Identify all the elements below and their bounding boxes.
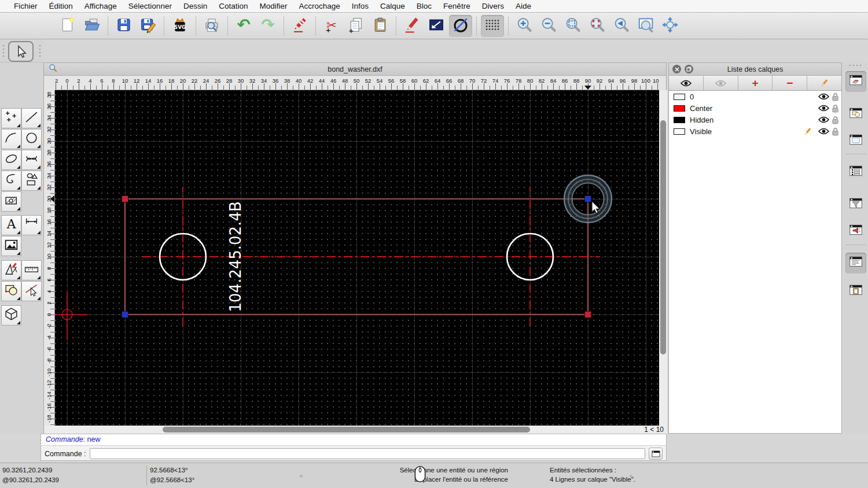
h-ruler-label: 58 [400, 77, 406, 84]
undo-button[interactable]: ↶ [232, 15, 255, 37]
menu-fenetre[interactable]: Fenêtre [437, 0, 476, 13]
float-panel-button[interactable] [685, 65, 693, 73]
dock-block-list-button[interactable] [845, 104, 866, 125]
modify-tool-button[interactable] [1, 260, 21, 280]
dock-media-button[interactable] [845, 221, 866, 242]
polyline-tool-button[interactable] [1, 171, 21, 191]
spline-tool-button[interactable] [21, 150, 42, 170]
block-tool-button[interactable] [1, 281, 21, 301]
menu-bloc[interactable]: Bloc [411, 0, 437, 13]
cut-button[interactable]: ✂+ [320, 15, 343, 37]
zoom-auto-button[interactable] [561, 15, 584, 37]
layer-visibility-icon[interactable] [818, 104, 829, 114]
arc-tool-button[interactable] [1, 129, 21, 149]
menu-dessin[interactable]: Dessin [178, 0, 213, 13]
layer-visibility-icon[interactable] [818, 127, 829, 138]
menu-accrochage[interactable]: Accrochage [293, 0, 345, 13]
horizontal-scrollbar[interactable]: 1 < 10 [44, 426, 667, 434]
delete-entities-button[interactable] [288, 15, 311, 37]
polygon-tool-button[interactable] [21, 171, 42, 191]
zoom-previous-button[interactable] [610, 15, 633, 37]
dock-filter-button[interactable] [845, 194, 866, 215]
drawing-window-titlebar[interactable]: bond_washer.dxf [44, 63, 666, 76]
redo-icon: ↷ [259, 16, 277, 36]
add-layer-button[interactable]: + [738, 76, 773, 90]
layer-row-hidden[interactable]: Hidden [669, 114, 841, 125]
menu-calque[interactable]: Calque [374, 0, 411, 13]
select-entity-tool-button[interactable] [21, 281, 42, 301]
menu-infos[interactable]: Infos [346, 0, 374, 13]
new-file-button[interactable] [56, 15, 79, 37]
h-ruler-label: -2 [55, 77, 58, 84]
detach-command-button[interactable] [649, 448, 663, 460]
cut-icon: ✂+ [323, 16, 340, 36]
save-button[interactable] [112, 15, 135, 37]
save-as-button[interactable] [137, 15, 160, 37]
dock-entity-list-button[interactable] [845, 162, 866, 183]
hide-all-layers-button[interactable] [704, 76, 738, 90]
h-ruler-label: 66 [446, 77, 453, 84]
selection-handle-blue [122, 312, 128, 318]
menu-divers[interactable]: Divers [476, 0, 510, 13]
circle-tool-button[interactable] [21, 129, 42, 149]
zoom-pan-button[interactable] [659, 15, 682, 37]
open-file-button[interactable] [80, 15, 104, 37]
text-tool-button[interactable]: A [1, 215, 21, 235]
close-panel-button[interactable] [672, 65, 681, 73]
menu-fichier[interactable]: Fichier [8, 0, 43, 13]
horizontal-scrollbar-thumb[interactable] [163, 427, 530, 432]
menu-cotation[interactable]: Cotation [213, 0, 253, 13]
dimension-tool-button[interactable] [21, 215, 42, 235]
menu-modifier[interactable]: Modifier [253, 0, 293, 13]
layer-row-visible[interactable]: Visible [669, 125, 841, 137]
layer-row-0[interactable]: 0 [669, 91, 841, 102]
copy-button[interactable]: + [344, 15, 367, 37]
ellipse-tool-button[interactable] [1, 150, 21, 170]
vertical-scrollbar[interactable] [659, 90, 667, 426]
measure-tool-button[interactable] [21, 260, 42, 280]
layer-visibility-icon[interactable] [818, 116, 829, 126]
select-arrow-button[interactable] [8, 41, 34, 62]
image-tool-button[interactable] [1, 236, 21, 256]
line-properties-button[interactable] [425, 15, 448, 37]
vertical-scrollbar-thumb[interactable] [660, 120, 666, 354]
circle-line-button[interactable] [449, 15, 472, 37]
menu-selectionner[interactable]: Sélectionner [123, 0, 178, 13]
menu-edition[interactable]: Édition [43, 0, 79, 13]
layer-row-center[interactable]: Center [669, 102, 841, 114]
menu-aide[interactable]: Aide [510, 0, 537, 13]
zoom-out-button[interactable] [537, 15, 560, 37]
h-ruler-label: 100 [641, 77, 650, 84]
zoom-window-button[interactable] [634, 15, 657, 37]
dock-library-browser-button[interactable] [845, 131, 866, 151]
svg-export-button[interactable]: SVG [168, 15, 192, 37]
pen-attributes-button[interactable] [400, 15, 424, 37]
dock-command-widget-button[interactable] [845, 253, 866, 273]
hatch-tool-button[interactable] [1, 191, 21, 212]
zoom-previous-icon [613, 16, 630, 36]
dock-layer-list-button[interactable] [845, 71, 866, 92]
dock-clipboard-widget-button[interactable] [845, 281, 866, 302]
layer-lock-icon[interactable] [832, 127, 839, 138]
box3d-tool-button[interactable] [1, 305, 21, 326]
layer-visibility-icon[interactable] [818, 93, 829, 103]
grid-button[interactable] [481, 15, 504, 37]
redo-button[interactable]: ↷ [256, 15, 279, 37]
drawing-canvas[interactable]: 104.245.02.4B [55, 90, 659, 426]
edit-layer-button[interactable] [807, 76, 841, 90]
remove-layer-button[interactable]: − [773, 76, 807, 90]
zoom-in-button[interactable] [513, 15, 536, 37]
submenu-indicator [37, 276, 41, 279]
print-preview-button[interactable] [200, 15, 223, 37]
h-ruler-label: 34 [261, 77, 267, 84]
v-ruler-label: 28 [46, 149, 52, 157]
menu-affichage[interactable]: Affichage [79, 0, 123, 13]
paste-button[interactable] [369, 15, 392, 37]
new-file-icon [59, 16, 76, 36]
points-tool-button[interactable] [1, 108, 21, 128]
zoom-extents-button[interactable] [586, 15, 609, 37]
command-input[interactable] [90, 448, 645, 459]
line-tool-button[interactable] [21, 108, 42, 128]
v-ruler-label: -2 [46, 322, 52, 330]
show-all-layers-button[interactable] [669, 76, 704, 90]
